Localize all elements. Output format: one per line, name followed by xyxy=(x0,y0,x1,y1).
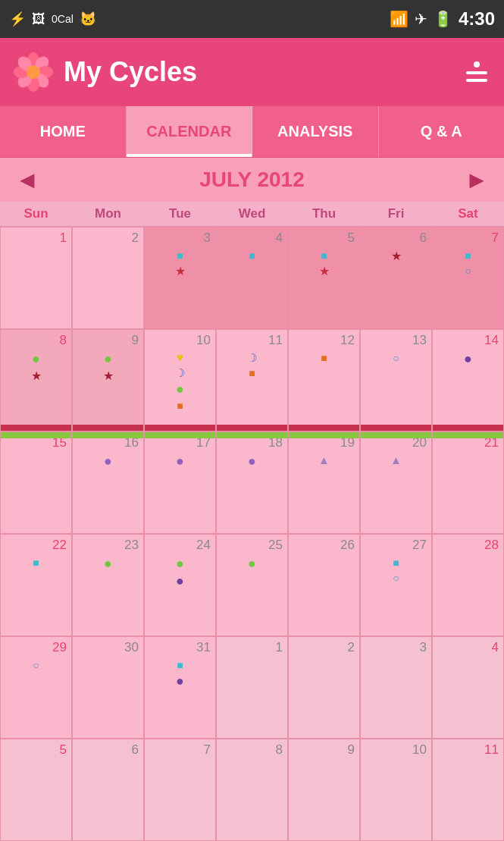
cal-cell-other-4[interactable]: 4 xyxy=(432,636,504,739)
cal-cell-24[interactable]: 24●● xyxy=(144,534,216,636)
cal-cell-13[interactable]: 13○ xyxy=(360,329,432,431)
cell-symbols: ▲ xyxy=(293,453,355,467)
cal-icon: 0Cal xyxy=(52,13,74,25)
tab-qa[interactable]: Q & A xyxy=(379,106,505,157)
dow-fri: Fri xyxy=(360,202,432,226)
cell-symbols: ■○ xyxy=(365,556,427,585)
cal-cell-18[interactable]: 18● xyxy=(216,431,288,534)
cal-cell-6[interactable]: 6★ xyxy=(360,227,432,329)
airplane-icon: ✈ xyxy=(415,10,427,28)
status-bar: ⚡ 🖼 0Cal 🐱 📶 ✈ 🔋 4:30 xyxy=(0,0,504,38)
cal-date-num: 2 xyxy=(293,640,355,655)
ovulation-band-green xyxy=(145,432,215,438)
cal-cell-other-7[interactable]: 7 xyxy=(144,739,216,841)
app-logo xyxy=(14,52,53,92)
cal-cell-other-11[interactable]: 11 xyxy=(432,739,504,841)
cell-symbols: ●★ xyxy=(77,351,139,383)
triangle-lavender-symbol: ▲ xyxy=(318,453,330,467)
cal-cell-19[interactable]: 19▲ xyxy=(288,431,360,534)
cal-cell-21[interactable]: 21 xyxy=(432,431,504,534)
cell-symbols: ● xyxy=(77,453,139,469)
cal-cell-3[interactable]: 3■★ xyxy=(144,227,216,329)
cal-cell-other-8[interactable]: 8 xyxy=(216,739,288,841)
square-cyan-symbol: ■ xyxy=(321,249,327,262)
tab-home[interactable]: HOME xyxy=(0,106,127,157)
cal-cell-30[interactable]: 30 xyxy=(72,636,144,739)
cal-cell-other-9[interactable]: 9 xyxy=(288,739,360,841)
cal-cell-16[interactable]: 16● xyxy=(72,431,144,534)
star-red-symbol: ★ xyxy=(319,264,330,278)
cell-symbols: ○ xyxy=(5,658,67,672)
cal-cell-other-3[interactable]: 3 xyxy=(360,636,432,739)
cell-symbols: ■○ xyxy=(437,249,499,278)
cal-cell-1[interactable]: 1 xyxy=(0,227,72,329)
cal-cell-9[interactable]: 9●★ xyxy=(72,329,144,431)
cal-date-num: 25 xyxy=(221,538,283,553)
cal-cell-other-6[interactable]: 6 xyxy=(72,739,144,841)
dot-purple-symbol: ● xyxy=(176,453,184,469)
tab-calendar[interactable]: CALENDAR xyxy=(127,106,253,157)
cal-cell-other-2[interactable]: 2 xyxy=(288,636,360,739)
ovulation-band-green xyxy=(361,432,431,438)
cell-symbols: ■ xyxy=(293,351,355,365)
cal-cell-12[interactable]: 12■ xyxy=(288,329,360,431)
circle-blue-symbol: ○ xyxy=(465,264,471,278)
cal-date-num: 26 xyxy=(293,538,355,553)
cal-cell-other-5[interactable]: 5 xyxy=(0,739,72,841)
cal-date-num: 14 xyxy=(437,333,499,348)
circle-blue-symbol: ○ xyxy=(393,351,399,365)
dot-green-symbol: ● xyxy=(104,351,112,367)
usb-icon: ⚡ xyxy=(9,11,26,27)
cal-cell-25[interactable]: 25● xyxy=(216,534,288,636)
cell-symbols: ○ xyxy=(365,351,427,365)
cal-date-num: 9 xyxy=(77,333,139,348)
cal-cell-10[interactable]: 10♥☽●■ xyxy=(144,329,216,431)
cal-date-num: 6 xyxy=(77,742,139,758)
period-band-red xyxy=(73,425,143,431)
dow-sun: Sun xyxy=(0,202,72,226)
square-cyan-symbol: ■ xyxy=(249,249,255,262)
cal-cell-29[interactable]: 29○ xyxy=(0,636,72,739)
cal-cell-17[interactable]: 17● xyxy=(144,431,216,534)
cell-symbols: ● xyxy=(221,453,283,469)
cal-date-num: 1 xyxy=(221,640,283,655)
star-dark-symbol: ★ xyxy=(103,369,114,383)
cal-cell-26[interactable]: 26 xyxy=(288,534,360,636)
dot-green-symbol: ● xyxy=(32,351,40,367)
dot-purple-symbol: ● xyxy=(248,453,256,469)
cal-cell-8[interactable]: 8●★ xyxy=(0,329,72,431)
menu-button[interactable] xyxy=(463,58,490,86)
ovulation-band-green xyxy=(217,432,287,438)
cal-cell-7[interactable]: 7■○ xyxy=(432,227,504,329)
cal-cell-20[interactable]: 20▲ xyxy=(360,431,432,534)
prev-month-button[interactable]: ◄ xyxy=(15,166,39,194)
cal-cell-2[interactable]: 2 xyxy=(72,227,144,329)
cal-cell-27[interactable]: 27■○ xyxy=(360,534,432,636)
cal-cell-11[interactable]: 11☽■ xyxy=(216,329,288,431)
cal-cell-22[interactable]: 22■ xyxy=(0,534,72,636)
ovulation-band-green xyxy=(1,432,71,438)
cal-cell-23[interactable]: 23● xyxy=(72,534,144,636)
square-orange-symbol: ■ xyxy=(177,399,183,413)
circle-blue-symbol: ○ xyxy=(393,571,399,585)
cal-header: ◄ JULY 2012 ► xyxy=(0,158,504,202)
cal-cell-14[interactable]: 14● xyxy=(432,329,504,431)
cal-cell-28[interactable]: 28 xyxy=(432,534,504,636)
heart-yellow-symbol: ♥ xyxy=(177,351,184,365)
cal-cell-other-1[interactable]: 1 xyxy=(216,636,288,739)
cal-cell-15[interactable]: 15 xyxy=(0,431,72,534)
dot-dark-purple-symbol: ● xyxy=(176,673,184,689)
cal-date-num: 8 xyxy=(5,333,67,348)
cal-date-num: 6 xyxy=(365,231,427,246)
svg-rect-11 xyxy=(466,71,487,74)
cal-cell-5[interactable]: 5■★ xyxy=(288,227,360,329)
cal-cell-31[interactable]: 31■● xyxy=(144,636,216,739)
cal-cell-4[interactable]: 4■ xyxy=(216,227,288,329)
cal-cell-other-10[interactable]: 10 xyxy=(360,739,432,841)
tab-analysis[interactable]: ANALYSIS xyxy=(252,106,379,157)
square-cyan-symbol: ■ xyxy=(393,556,399,570)
next-month-button[interactable]: ► xyxy=(465,166,489,194)
star-red-symbol: ★ xyxy=(175,264,186,278)
dow-wed: Wed xyxy=(216,202,288,226)
cal-date-num: 4 xyxy=(221,231,283,246)
